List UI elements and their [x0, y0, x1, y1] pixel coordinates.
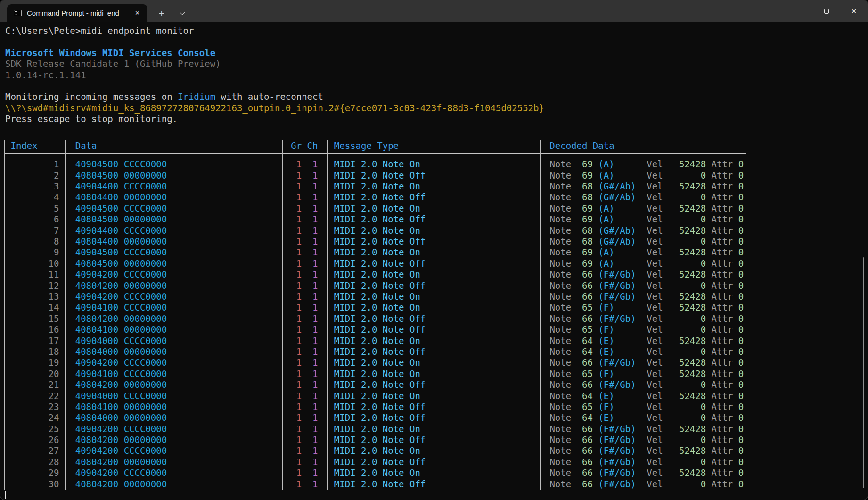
spacer [302, 236, 312, 246]
row-channel: 1 [312, 258, 318, 269]
row-message-type: MIDI 2.0 Note On [334, 291, 550, 302]
decoded-attr-label: Attr [706, 434, 733, 445]
spacer [318, 324, 334, 335]
decoded-note-name: (F#/Gb) [593, 457, 647, 467]
spacer [318, 258, 334, 269]
row-message-type: MIDI 2.0 Note On [334, 159, 550, 169]
row-group: 1 [296, 258, 302, 269]
decoded-attr-value: 0 [733, 203, 744, 213]
endpoint-name: Iridium [178, 91, 215, 102]
decoded-attr-label: Attr [706, 214, 733, 224]
decoded-attr-value: 0 [733, 159, 744, 169]
decoded-note-name: (F#/Gb) [593, 280, 647, 291]
row-message-type: MIDI 2.0 Note On [334, 445, 550, 456]
table-row: 14 40904100 CCCC0000 1 1 MIDI 2.0 Note O… [5, 302, 868, 313]
spacer [302, 192, 312, 202]
row-group: 1 [296, 324, 302, 335]
row-channel: 1 [312, 225, 318, 236]
decoded-attr-label: Attr [706, 357, 733, 368]
decoded-attr-value: 0 [733, 467, 744, 478]
decoded-note-label: Note [549, 457, 571, 467]
decoded-vel-label: Vel [647, 181, 663, 191]
row-data: 40804100 00000000 [75, 402, 296, 412]
minimize-button[interactable] [786, 0, 813, 22]
decoded-note-label: Note [549, 412, 571, 423]
spacer [302, 402, 312, 412]
table-row: 28 40804200 00000000 1 1 MIDI 2.0 Note O… [5, 457, 868, 467]
decoded-vel-label: Vel [647, 280, 663, 291]
table-row: 30 40804200 00000000 1 1 MIDI 2.0 Note O… [5, 479, 868, 490]
table-row: 9 40904500 CCCC0000 1 1 MIDI 2.0 Note On… [5, 247, 868, 258]
table-border-left [4, 140, 5, 490]
tab-dropdown-button[interactable] [174, 6, 190, 22]
decoded-attr-label: Attr [706, 457, 733, 467]
decoded-vel-label: Vel [647, 424, 663, 434]
decoded-attr-value: 0 [733, 457, 744, 467]
decoded-vel-value: 52428 [663, 269, 706, 279]
spacer [318, 445, 334, 456]
decoded-vel-value: 0 [663, 379, 706, 390]
decoded-note-number: 65 [571, 324, 593, 335]
decoded-attr-value: 0 [733, 291, 744, 302]
spacer [318, 402, 334, 412]
decoded-attr-value: 0 [733, 181, 744, 191]
close-button[interactable]: ✕ [840, 0, 868, 22]
row-data: 40904100 CCCC0000 [75, 302, 296, 312]
decoded-note-name: (A) [593, 170, 647, 180]
tab-close-icon[interactable]: ✕ [132, 8, 143, 17]
row-data: 40804400 00000000 [75, 236, 296, 246]
row-group: 1 [296, 457, 302, 467]
decoded-note-number: 66 [571, 467, 593, 478]
spacer [302, 258, 312, 269]
new-tab-button[interactable]: + [153, 6, 170, 22]
row-data: 40904400 CCCC0000 [75, 181, 296, 191]
maximize-icon [824, 9, 829, 14]
decoded-vel-label: Vel [647, 336, 663, 346]
row-channel: 1 [312, 412, 318, 423]
chevron-down-icon [180, 10, 185, 15]
decoded-vel-value: 0 [663, 434, 706, 445]
decoded-note-label: Note [549, 170, 571, 180]
decoded-attr-label: Attr [706, 203, 733, 213]
decoded-attr-value: 0 [733, 247, 744, 257]
row-channel: 1 [312, 236, 318, 246]
tab-command-prompt[interactable]: Command Prompt - midi end ✕ [7, 4, 147, 22]
decoded-vel-value: 52428 [663, 369, 706, 379]
spacer [302, 181, 312, 191]
spacer [302, 457, 312, 467]
row-group: 1 [296, 357, 302, 368]
table-row: 1 40904500 CCCC0000 1 1 MIDI 2.0 Note On… [5, 159, 868, 170]
decoded-vel-label: Vel [647, 269, 663, 279]
table-row: 25 40904200 CCCC0000 1 1 MIDI 2.0 Note O… [5, 424, 868, 434]
decoded-note-number: 66 [571, 445, 593, 456]
row-group: 1 [296, 424, 302, 434]
decoded-vel-value: 0 [663, 258, 706, 269]
scrollbar-thumb[interactable] [863, 257, 865, 488]
spacer [318, 467, 334, 478]
decoded-note-name: (G#/Ab) [593, 192, 647, 202]
titlebar[interactable]: Command Prompt - midi end ✕ + ✕ [0, 0, 868, 22]
row-group: 1 [296, 391, 302, 401]
terminal-screen[interactable]: C:\Users\Pete>midi endpoint monitor Micr… [0, 22, 868, 500]
row-group: 1 [296, 181, 302, 191]
decoded-vel-value: 0 [663, 170, 706, 180]
row-channel: 1 [312, 170, 318, 180]
maximize-button[interactable] [813, 0, 840, 22]
decoded-note-label: Note [549, 159, 571, 169]
decoded-note-name: (F#/Gb) [593, 434, 647, 445]
row-channel: 1 [312, 269, 318, 279]
header-underline-row [5, 151, 868, 159]
decoded-vel-label: Vel [647, 379, 663, 390]
decoded-vel-value: 52428 [663, 336, 706, 346]
decoded-note-name: (F#/Gb) [593, 479, 647, 489]
decoded-vel-label: Vel [647, 402, 663, 412]
row-message-type: MIDI 2.0 Note Off [334, 214, 550, 224]
decoded-note-name: (A) [593, 203, 647, 213]
row-group: 1 [296, 302, 302, 312]
decoded-attr-label: Attr [706, 181, 733, 191]
sdk-release-line: SDK Release Candidate 1 (GitHub Preview) [5, 58, 868, 69]
row-channel: 1 [312, 247, 318, 257]
endpoint-id-line: \\?\swd#midisrv#midiu_ks_868972728076492… [5, 103, 868, 114]
spacer [318, 170, 334, 180]
table-row: 2 40804500 00000000 1 1 MIDI 2.0 Note Of… [5, 170, 868, 181]
